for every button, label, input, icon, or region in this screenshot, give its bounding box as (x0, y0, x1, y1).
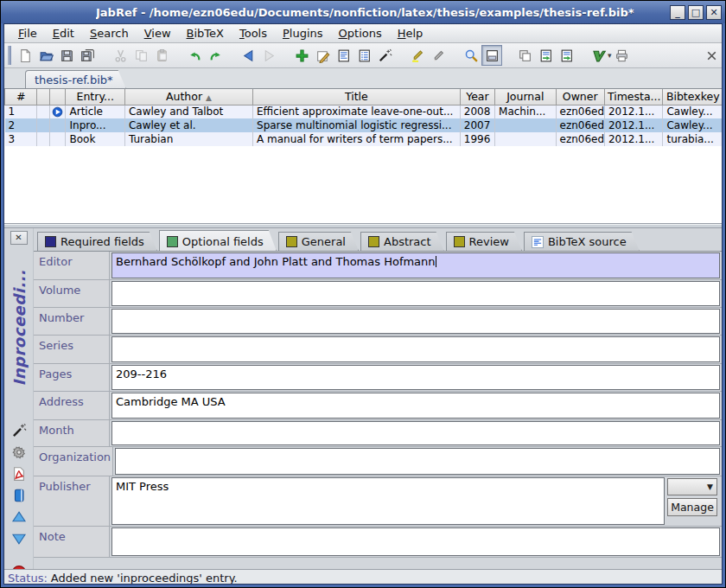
close-button[interactable]: ✕ (706, 5, 722, 20)
cleanup-wand-icon[interactable] (374, 45, 395, 66)
column-header-entry[interactable]: Entry... (66, 89, 124, 105)
jabref-window: JabRef - /home/ezn06edu/Documents/nonfic… (0, 0, 726, 588)
save-database-icon[interactable] (56, 45, 77, 66)
column-header-owner[interactable]: Owner (556, 89, 604, 105)
field-row-publisher: PublisherMIT Press▼Manage (34, 476, 722, 527)
field-input-number[interactable] (111, 309, 720, 334)
minimize-button[interactable]: _ (670, 5, 685, 20)
field-label-number: Number (34, 308, 110, 335)
undo-icon[interactable] (184, 45, 205, 66)
tab-general[interactable]: General (278, 232, 359, 251)
redo-icon[interactable] (205, 45, 226, 66)
database-tab-bar: thesis-ref.bib* (4, 68, 722, 89)
menu-tools[interactable]: Tools (232, 25, 274, 42)
field-input-volume[interactable] (111, 281, 720, 306)
save-all-icon[interactable] (77, 45, 98, 66)
publisher-combo-dropdown[interactable]: ▼ (667, 478, 717, 495)
table-row[interactable]: 1ArticleCawley and TalbotEfficient appro… (5, 105, 723, 118)
paste-icon (151, 45, 172, 66)
field-input-address[interactable]: Cambridge MA USA (111, 393, 720, 419)
menu-bibtex[interactable]: BibTeX (180, 25, 231, 42)
column-header-author[interactable]: Author ▲ (124, 89, 252, 105)
field-label-month: Month (34, 420, 110, 446)
toolbar-drag-handle[interactable] (8, 46, 11, 65)
close-toolbar-icon[interactable] (701, 45, 722, 66)
column-header-journal[interactable]: Journal (495, 89, 557, 105)
field-input-pages[interactable]: 209--216 (111, 365, 720, 390)
column-header-icon[interactable] (50, 89, 66, 105)
column-header-title[interactable]: Title (253, 89, 461, 105)
manage-button[interactable]: Manage (667, 498, 717, 516)
menu-edit[interactable]: Edit (46, 25, 81, 42)
text-caret (436, 256, 436, 267)
open-pdf-icon[interactable] (11, 466, 27, 482)
window-title: JabRef - /home/ezn06edu/Documents/nonfic… (96, 6, 634, 19)
close-entry-editor-button[interactable]: ✕ (10, 231, 28, 245)
new-entry-icon[interactable] (291, 45, 312, 66)
field-input-publisher[interactable]: MIT Press (111, 477, 665, 525)
push-to-app2-icon[interactable] (556, 45, 576, 66)
settings-gear-icon[interactable] (11, 444, 27, 460)
menu-file[interactable]: File (11, 25, 44, 42)
column-header-year[interactable]: Year (460, 89, 494, 105)
menu-options[interactable]: Options (332, 25, 389, 42)
tab-color-swatch (167, 236, 178, 247)
tab-color-swatch (368, 236, 379, 247)
push-to-vim-icon[interactable] (589, 45, 609, 66)
entry-editor-tabs: Required fieldsOptional fieldsGeneralAbs… (34, 228, 722, 251)
print-icon[interactable] (612, 45, 633, 66)
field-input-note[interactable] (111, 527, 720, 556)
column-header-timesta[interactable]: Timesta... (604, 89, 662, 105)
help-icon[interactable]: ? (11, 565, 27, 569)
copy-icon (131, 45, 151, 66)
app-frame: FileEditSearchViewBibTeXToolsPluginsOpti… (3, 23, 723, 585)
push-to-app-icon[interactable] (535, 45, 556, 66)
field-label-editor: Editor (34, 252, 110, 279)
mark-entries-icon[interactable] (407, 45, 428, 66)
tab-required-fields[interactable]: Required fields (37, 232, 157, 251)
title-bar[interactable]: JabRef - /home/ezn06edu/Documents/nonfic… (1, 1, 725, 23)
autoset-wand-icon[interactable] (11, 423, 27, 438)
menu-plugins[interactable]: Plugins (276, 25, 330, 42)
maximize-button[interactable]: □ (688, 5, 704, 20)
search-icon[interactable] (461, 45, 481, 66)
table-row[interactable]: 2Inpro...Cawley et al.Sparse multinomial… (5, 118, 723, 132)
tab-review[interactable]: Review (446, 232, 522, 251)
field-label-note: Note (34, 527, 110, 557)
field-input-organization[interactable] (115, 448, 720, 475)
groups-icon[interactable] (353, 45, 374, 66)
menu-view[interactable]: View (137, 25, 178, 42)
menu-help[interactable]: Help (391, 25, 430, 42)
edit-entry-icon[interactable] (312, 45, 333, 66)
new-database-icon[interactable] (15, 45, 35, 66)
previous-entry-icon[interactable] (11, 509, 27, 525)
field-label-address: Address (34, 392, 110, 419)
status-bar: Status: Added new 'inproceedings' entry. (4, 569, 722, 585)
field-input-series[interactable] (111, 336, 720, 362)
field-input-editor[interactable]: Bernhard Schölkopf and John Platt and Th… (111, 252, 720, 278)
back-icon[interactable] (238, 45, 258, 66)
entry-type-label: Inproceedi... (10, 270, 28, 387)
open-database-icon[interactable] (35, 45, 56, 66)
entry-link-icon[interactable] (50, 105, 66, 118)
field-input-month[interactable] (111, 421, 720, 445)
forward-icon (258, 45, 279, 66)
cut-icon (110, 45, 131, 66)
menu-search[interactable]: Search (83, 25, 136, 42)
open-file-icon[interactable] (11, 488, 27, 503)
column-header-#[interactable]: # (5, 89, 37, 105)
toolbar: ▾ (4, 43, 722, 68)
entry-editor-toggle-icon[interactable] (481, 45, 502, 66)
tab-optional-fields[interactable]: Optional fields (159, 230, 277, 251)
column-header-icon[interactable] (37, 89, 50, 105)
tab-abstract[interactable]: Abstract (360, 232, 444, 251)
column-header-bibtexkey[interactable]: Bibtexkey (663, 89, 722, 105)
table-row[interactable]: 3BookTurabianA manual for writers of ter… (5, 132, 723, 146)
entry-table[interactable]: #Entry...Author ▲TitleYearJournalOwnerTi… (4, 89, 722, 224)
tab-thesis-ref[interactable]: thesis-ref.bib* (25, 70, 126, 88)
preview-icon[interactable] (333, 45, 353, 66)
copy-citekey-icon[interactable] (514, 45, 535, 66)
tab-bibtex-source[interactable]: BibTeX source (524, 232, 640, 251)
unmark-entries-icon[interactable] (428, 45, 449, 66)
next-entry-icon[interactable] (11, 531, 27, 546)
